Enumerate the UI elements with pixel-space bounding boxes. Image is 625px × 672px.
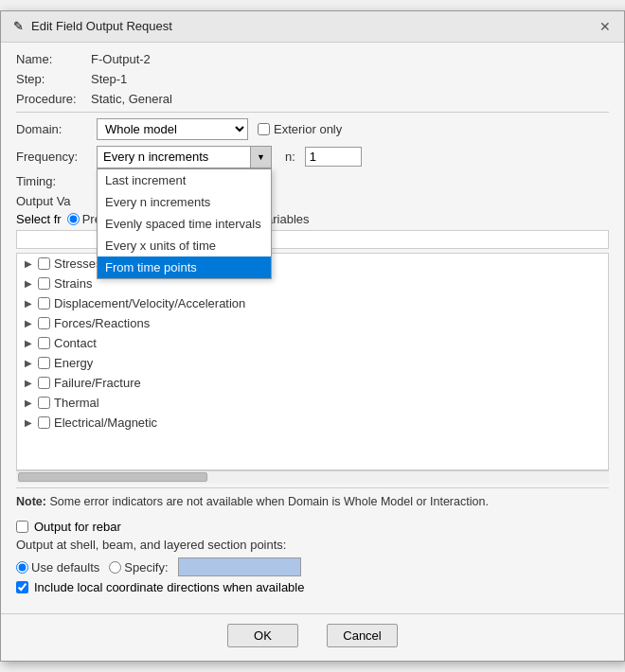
note-text: Some error indicators are not available …: [49, 495, 488, 508]
domain-row: Domain: Whole model Set Interaction Bolt…: [16, 118, 609, 140]
name-row: Name: F-Output-2: [16, 52, 609, 66]
use-defaults-text: Use defaults: [31, 560, 99, 575]
domain-label: Domain:: [16, 122, 87, 136]
cancel-button[interactable]: Cancel: [327, 624, 398, 647]
tree-item-electrical[interactable]: ▶ Electrical/Magnetic: [17, 413, 608, 433]
n-label: n:: [285, 150, 295, 164]
checkbox-stresses[interactable]: [38, 257, 50, 270]
rebar-label: Output for rebar: [34, 520, 121, 534]
domain-select[interactable]: Whole model Set Interaction Bolt: [97, 118, 248, 140]
label-forces: Forces/Reactions: [54, 316, 150, 330]
tree-arrow-strains[interactable]: ▶: [23, 277, 34, 289]
checkbox-forces[interactable]: [38, 317, 50, 329]
name-value: F-Output-2: [91, 52, 151, 66]
label-thermal: Thermal: [54, 396, 99, 410]
tree-arrow-electrical[interactable]: ▶: [23, 416, 34, 428]
frequency-display[interactable]: Every n increments ▼: [97, 146, 272, 168]
shell-label: Output at shell, beam, and layered secti…: [16, 538, 286, 552]
output-variables-label: Output Va: [16, 194, 87, 208]
title-bar-left: ✎ Edit Field Output Request: [10, 19, 172, 34]
checkbox-displacement[interactable]: [38, 297, 50, 309]
local-coord-checkbox[interactable]: [16, 581, 28, 593]
exterior-only-checkbox[interactable]: [258, 123, 270, 135]
local-coord-label: Include local coordinate directions when…: [34, 580, 304, 594]
edit-field-output-dialog: ✎ Edit Field Output Request ✕ Name: F-Ou…: [0, 10, 625, 663]
label-contact: Contact: [54, 336, 97, 350]
close-button[interactable]: ✕: [596, 17, 615, 36]
dialog-title: Edit Field Output Request: [31, 19, 172, 33]
tree-item-forces[interactable]: ▶ Forces/Reactions: [17, 313, 608, 333]
step-row: Step: Step-1: [16, 72, 609, 86]
tree-item-energy[interactable]: ▶ Energy: [17, 353, 608, 373]
step-value: Step-1: [91, 72, 127, 86]
frequency-select-wrapper: Every n increments ▼ Last increment Ever…: [97, 146, 272, 168]
specify-radio[interactable]: [109, 561, 121, 574]
checkbox-energy[interactable]: [38, 357, 50, 369]
checkbox-contact[interactable]: [38, 337, 50, 349]
tree-scroll-area[interactable]: ▶ Stresses ▶ Strains ▶ Displacement/Velo…: [16, 253, 609, 470]
procedure-label: Procedure:: [16, 92, 87, 106]
checkbox-electrical[interactable]: [38, 416, 50, 429]
preselect-defaults-radio[interactable]: [67, 213, 80, 225]
label-energy: Energy: [54, 356, 93, 370]
tree-arrow-stresses[interactable]: ▶: [23, 257, 34, 269]
frequency-label: Frequency:: [16, 150, 87, 164]
label-electrical: Electrical/Magnetic: [54, 416, 157, 430]
frequency-dropdown-menu: Last increment Every n increments Evenly…: [97, 168, 272, 279]
shell-row: Output at shell, beam, and layered secti…: [16, 538, 609, 552]
label-stresses: Stresses: [54, 256, 102, 271]
freq-option-last[interactable]: Last increment: [98, 169, 271, 191]
freq-option-from-time[interactable]: From time points: [98, 256, 271, 278]
tree-item-contact[interactable]: ▶ Contact: [17, 333, 608, 353]
checkbox-failure[interactable]: [38, 377, 50, 389]
exterior-only-label[interactable]: Exterior only: [258, 122, 342, 136]
label-strains: Strains: [54, 276, 92, 291]
rebar-checkbox[interactable]: [16, 521, 28, 533]
note-prefix: Note:: [16, 495, 46, 508]
procedure-row: Procedure: Static, General: [16, 92, 609, 106]
label-displacement: Displacement/Velocity/Acceleration: [54, 296, 245, 310]
rebar-row: Output for rebar: [16, 520, 609, 534]
dialog-content: Name: F-Output-2 Step: Step-1 Procedure:…: [1, 43, 624, 614]
tree-arrow-energy[interactable]: ▶: [23, 357, 34, 368]
tree-arrow-contact[interactable]: ▶: [23, 337, 34, 348]
defaults-row: Use defaults Specify:: [16, 557, 609, 576]
name-label: Name:: [16, 52, 87, 66]
title-bar: ✎ Edit Field Output Request ✕: [1, 11, 624, 43]
use-defaults-radio-label[interactable]: Use defaults: [16, 560, 99, 575]
specify-input[interactable]: [178, 557, 301, 576]
frequency-selected-text: Every n increments: [103, 150, 208, 164]
use-defaults-radio[interactable]: [16, 561, 28, 574]
freq-option-evenly[interactable]: Evenly spaced time intervals: [98, 213, 271, 235]
checkbox-thermal[interactable]: [38, 397, 50, 409]
select-from-label: Select fr: [16, 212, 62, 226]
horizontal-scrollbar[interactable]: [16, 470, 609, 484]
frequency-row: Frequency: Every n increments ▼ Last inc…: [16, 146, 609, 168]
specify-text: Specify:: [124, 560, 168, 575]
local-coord-row: Include local coordinate directions when…: [16, 580, 609, 594]
specify-radio-label[interactable]: Specify:: [109, 560, 168, 575]
tree-arrow-displacement[interactable]: ▶: [23, 297, 34, 309]
procedure-value: Static, General: [91, 92, 172, 106]
checkbox-strains[interactable]: [38, 277, 50, 290]
tree-arrow-forces[interactable]: ▶: [23, 317, 34, 328]
note-section: Note: Some error indicators are not avai…: [16, 487, 609, 515]
label-failure: Failure/Fracture: [54, 376, 141, 390]
tree-item-failure[interactable]: ▶ Failure/Fracture: [17, 373, 608, 393]
tree-container-wrapper: ▶ Stresses ▶ Strains ▶ Displacement/Velo…: [16, 253, 609, 484]
ok-button[interactable]: OK: [227, 624, 298, 647]
dialog-icon: ✎: [10, 19, 26, 34]
timing-label: Timing:: [16, 174, 87, 188]
tree-arrow-failure[interactable]: ▶: [23, 377, 34, 388]
button-row: OK Cancel: [1, 613, 624, 661]
h-scrollbar-thumb[interactable]: [18, 472, 207, 482]
step-label: Step:: [16, 72, 87, 86]
tree-item-thermal[interactable]: ▶ Thermal: [17, 393, 608, 413]
freq-option-every-n[interactable]: Every n increments: [98, 191, 271, 213]
freq-option-every-x[interactable]: Every x units of time: [98, 235, 271, 256]
frequency-dropdown-arrow[interactable]: ▼: [250, 147, 271, 168]
n-input[interactable]: [305, 147, 362, 167]
tree-arrow-thermal[interactable]: ▶: [23, 397, 34, 408]
tree-item-displacement[interactable]: ▶ Displacement/Velocity/Acceleration: [17, 293, 608, 313]
